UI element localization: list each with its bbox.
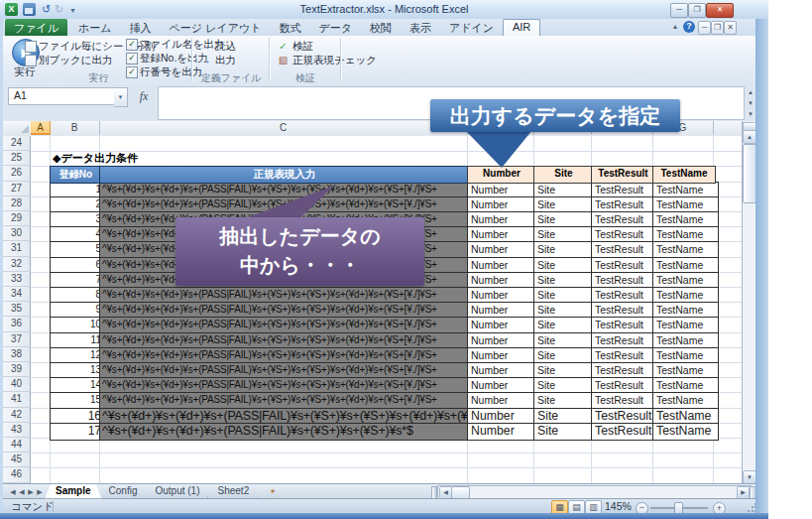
row-header-28[interactable]: 28	[3, 196, 31, 211]
row-header-38[interactable]: 38	[3, 347, 31, 362]
row-header-29[interactable]: 29	[3, 211, 31, 226]
row-header-34[interactable]: 34	[3, 287, 31, 302]
run-option-checkbox[interactable]	[25, 55, 37, 66]
run-option-checkbox[interactable]: ✓	[126, 39, 138, 51]
cell-output-testresult-17[interactable]: TestResult	[591, 423, 658, 441]
status-mode-text: コマンド	[11, 500, 54, 514]
run-option-checkbox[interactable]	[25, 41, 37, 53]
window-title: TextExtractor.xlsx - Microsoft Excel	[0, 3, 768, 15]
column-header-A[interactable]: A	[31, 121, 51, 135]
ribbon-tab-air[interactable]: AIR	[503, 19, 540, 36]
sheet-tab-config[interactable]: Config	[98, 484, 149, 499]
row-header-40[interactable]: 40	[3, 377, 31, 392]
vertical-scroll-thumb[interactable]	[743, 144, 756, 203]
row-header-33[interactable]: 33	[3, 272, 31, 287]
sheet-tab-output-1-[interactable]: Output (1)	[144, 484, 210, 499]
last-sheet-icon[interactable]: ▶	[35, 486, 45, 497]
select-all-corner[interactable]	[3, 121, 32, 135]
insert-function-icon[interactable]: fx	[133, 87, 155, 105]
workbook-minimize-button[interactable]: ─	[698, 21, 711, 35]
import-button[interactable]: 読込	[215, 40, 236, 53]
cell-regex-17[interactable]: ^¥s+(¥d+)¥s+(¥d+)¥s+(PASS|FAIL)¥s+(¥S+)¥…	[99, 423, 472, 441]
table-header-testname[interactable]: TestName	[652, 166, 716, 184]
window-minimize-button[interactable]: ─	[670, 3, 688, 18]
regex-check-button[interactable]: 正規表現チェック	[292, 54, 377, 66]
row-header-43[interactable]: 43	[3, 423, 31, 438]
row-header-42[interactable]: 42	[3, 408, 31, 423]
cell-output-site-17[interactable]: Site	[533, 423, 597, 441]
table-header-regex[interactable]: 正規表現入力	[99, 166, 470, 184]
sheet-tab-sheet2[interactable]: Sheet2	[207, 484, 261, 499]
desktop: X ↺ ↻ ▼ TextExtractor.xlsx - Microsoft E…	[0, 0, 812, 519]
gridline-h	[31, 467, 742, 468]
status-bar: コマンド ▦ ▤ ▥ 145% − +	[3, 498, 755, 514]
ribbon-tab-row: ファイルホーム挿入ページ レイアウト数式データ校閲表示アドインAIR ▴ ? ─…	[3, 19, 755, 36]
ribbon-tab-home[interactable]: ホーム	[69, 19, 121, 36]
ribbon-tab-data[interactable]: データ	[309, 19, 361, 36]
ribbon-tab-file[interactable]: ファイル	[5, 19, 67, 36]
cell-output-number-17[interactable]: Number	[467, 423, 539, 441]
workbook-close-button[interactable]: ✕	[724, 21, 737, 35]
insert-worksheet-icon[interactable]: ✶	[264, 486, 282, 498]
ribbon-tab-page-layout[interactable]: ページ レイアウト	[161, 19, 271, 36]
row-header-26[interactable]: 26	[3, 166, 31, 181]
row-header-46[interactable]: 46	[3, 467, 31, 482]
group-label-run: 実行	[6, 71, 191, 85]
sheet-tab-sample[interactable]: Sample	[45, 484, 102, 499]
row-header-45[interactable]: 45	[3, 453, 31, 467]
export-button[interactable]: 出力	[215, 54, 236, 66]
check-icon: ✓	[277, 40, 290, 53]
callout-extracted-line1: 抽出したデータの	[175, 222, 424, 251]
ribbon-tab-add-ins[interactable]: アドイン	[440, 19, 503, 36]
workbook-restore-button[interactable]: ❐	[711, 21, 724, 35]
run-option-label: 別ブックに出力	[39, 54, 112, 65]
zoom-level-text[interactable]: 145%	[605, 500, 632, 512]
table-header-regno[interactable]: 登録No	[50, 166, 102, 184]
row-header-27[interactable]: 27	[3, 182, 31, 196]
scroll-down-icon[interactable]: ▼	[743, 470, 756, 484]
ribbon-tab-formulas[interactable]: 数式	[270, 19, 309, 36]
row-header-24[interactable]: 24	[3, 136, 31, 151]
run-option-checkbox[interactable]: ✓	[126, 53, 138, 65]
cell-output-testname-17[interactable]: TestName	[652, 423, 719, 441]
group-label-verify: 検証	[271, 71, 340, 85]
scroll-up-icon[interactable]: ▲	[743, 130, 756, 144]
row-header-31[interactable]: 31	[3, 241, 31, 256]
row-header-41[interactable]: 41	[3, 392, 31, 407]
help-icon[interactable]: ?	[683, 21, 695, 33]
ribbon-tab-review[interactable]: 校閲	[361, 19, 401, 36]
name-box-dropdown-icon[interactable]: ▼	[114, 87, 128, 107]
name-box[interactable]: A1	[8, 87, 120, 105]
regex-check-icon: ▧	[277, 54, 290, 66]
row-header-30[interactable]: 30	[3, 226, 31, 241]
row-header-37[interactable]: 37	[3, 332, 31, 347]
window-maximize-button[interactable]: ❐	[688, 3, 706, 18]
window-close-button[interactable]: ✕	[706, 3, 734, 18]
ribbon-tab-strip: ファイルホーム挿入ページ レイアウト数式データ校閲表示アドインAIR	[5, 19, 540, 36]
table-header-site[interactable]: Site	[533, 166, 594, 184]
row-header-44[interactable]: 44	[3, 438, 31, 453]
window-frame-right	[755, 19, 768, 513]
table-header-testresult[interactable]: TestResult	[591, 166, 655, 184]
title-bar: X ↺ ↻ ▼ TextExtractor.xlsx - Microsoft E…	[0, 0, 768, 19]
callout-extracted-data: 抽出したデータの 中から・・・	[175, 217, 424, 286]
status-divider	[53, 501, 54, 512]
row-header-36[interactable]: 36	[3, 317, 31, 331]
table-header-number[interactable]: Number	[467, 166, 536, 184]
check-button[interactable]: 検証	[292, 40, 313, 53]
group-divider	[340, 38, 342, 81]
cell-regno-17[interactable]: 17	[50, 423, 105, 441]
export-icon: →	[199, 54, 212, 66]
ribbon-collapse-icon[interactable]: ▴	[669, 21, 681, 33]
row-header-35[interactable]: 35	[3, 302, 31, 317]
sheet-tabs-bar: ◀ ◀ ▶ ▶ SampleConfigOutput (1)Sheet2✶ ◀ …	[3, 483, 755, 499]
row-header-39[interactable]: 39	[3, 362, 31, 377]
row-header-25[interactable]: 25	[3, 151, 31, 166]
ribbon-tab-insert[interactable]: 挿入	[121, 19, 161, 36]
row-header-32[interactable]: 32	[3, 257, 31, 272]
select-all-triangle-icon	[21, 125, 29, 133]
column-header-B[interactable]: B	[50, 121, 100, 135]
excel-window: X ↺ ↻ ▼ TextExtractor.xlsx - Microsoft E…	[0, 0, 768, 519]
column-header-C[interactable]: C	[99, 121, 468, 135]
ribbon-tab-view[interactable]: 表示	[401, 19, 440, 36]
